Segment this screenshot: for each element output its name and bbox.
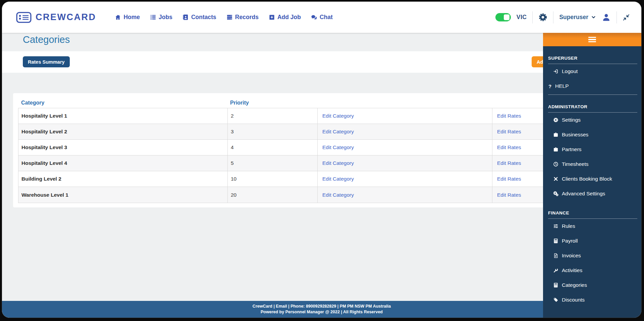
priority-cell: 4: [227, 140, 317, 155]
sidebar-toggle-header[interactable]: [543, 33, 641, 46]
sidebar-item-discounts[interactable]: Discounts: [548, 293, 641, 307]
briefcase-icon: [553, 147, 558, 152]
toggle-knob: [504, 14, 509, 20]
nav-item-add-job[interactable]: Add Job: [269, 14, 301, 21]
nav-item-contacts[interactable]: Contacts: [182, 14, 216, 21]
sidebar-section-administrator: ADMINISTRATOR Settings Businesses Partne…: [548, 104, 641, 201]
nav-item-chat[interactable]: Chat: [311, 14, 333, 21]
category-cell: Warehouse Level 1: [18, 187, 227, 203]
divider: [616, 11, 617, 23]
list-icon: [150, 14, 156, 20]
sidebar-item-businesses[interactable]: Businesses: [548, 127, 641, 142]
calculator-icon: [553, 282, 558, 288]
divider: [532, 11, 533, 23]
sidebar-item-rules[interactable]: Rules: [548, 219, 641, 234]
page-title: Categories: [23, 34, 70, 45]
brand-logo[interactable]: CREWCARD: [16, 12, 96, 23]
address-book-icon: [182, 14, 189, 20]
edit-category-cell: Edit Category: [317, 171, 492, 187]
sidebar-item-invoices[interactable]: Invoices: [548, 248, 641, 263]
user-menu[interactable]: Superuser: [559, 14, 596, 21]
nav-item-jobs[interactable]: Jobs: [150, 14, 172, 21]
sidebar-item-activities[interactable]: Activities: [548, 263, 641, 278]
edit-category-link[interactable]: Edit Category: [322, 144, 354, 150]
plus-square-icon: [269, 14, 275, 20]
priority-cell: 20: [227, 187, 317, 203]
sidebar-item-settings[interactable]: Settings: [548, 113, 641, 127]
edit-rates-link[interactable]: Edit Rates: [497, 192, 521, 198]
category-cell: Building Level 2: [18, 171, 227, 187]
edit-rates-link[interactable]: Edit Rates: [497, 176, 521, 182]
edit-category-link[interactable]: Edit Category: [322, 113, 354, 119]
sidebar-section-title: ADMINISTRATOR: [548, 104, 637, 113]
desktop-background: CREWCARD Home Jobs Contacts Records Add …: [0, 0, 644, 321]
nav-item-records[interactable]: Records: [226, 14, 259, 21]
sidebar-item-payroll[interactable]: Payroll: [548, 234, 641, 248]
top-navbar: CREWCARD Home Jobs Contacts Records Add …: [2, 2, 641, 33]
settings-gear-icon[interactable]: [538, 13, 547, 22]
file-invoice-icon: [553, 253, 558, 258]
priority-cell: 3: [227, 124, 317, 139]
user-menu-label: Superuser: [559, 14, 588, 21]
region-label: VIC: [517, 14, 527, 21]
sign-out-icon: [553, 69, 558, 74]
edit-category-cell: Edit Category: [317, 155, 492, 171]
user-profile-icon[interactable]: [602, 13, 611, 22]
sidebar-section-title: FINANCE: [548, 210, 637, 219]
sidebar-item-categories[interactable]: Categories: [548, 278, 641, 293]
sidebar-item-partners[interactable]: Partners: [548, 142, 641, 157]
calculator-icon: [553, 238, 558, 244]
chevron-down-icon: [591, 15, 596, 20]
sidebar-sections: SUPERUSER Logout ? HELP ADMINISTRATOR Se…: [543, 56, 641, 307]
home-icon: [115, 14, 121, 20]
brand-name: CREWCARD: [36, 12, 96, 22]
edit-category-link[interactable]: Edit Category: [322, 192, 354, 198]
rates-summary-button[interactable]: Rates Summary: [23, 56, 70, 67]
category-cell: Hospitality Level 2: [18, 124, 227, 139]
sidebar-item-help[interactable]: ? HELP: [548, 79, 641, 93]
sidebar-section-title: SUPERUSER: [548, 56, 637, 64]
edit-rates-link[interactable]: Edit Rates: [497, 129, 521, 135]
nav-item-home[interactable]: Home: [115, 14, 140, 21]
x-mark-icon: [553, 176, 558, 182]
divider: [553, 11, 553, 23]
right-sidebar: SUPERUSER Logout ? HELP ADMINISTRATOR Se…: [543, 33, 641, 318]
edit-rates-link[interactable]: Edit Rates: [497, 160, 521, 166]
edit-category-link[interactable]: Edit Category: [322, 176, 354, 182]
region-toggle[interactable]: [495, 13, 511, 21]
column-header-category: Category: [18, 100, 227, 106]
edit-category-link[interactable]: Edit Category: [322, 160, 354, 166]
edit-category-cell: Edit Category: [317, 108, 492, 124]
priority-cell: 10: [227, 171, 317, 187]
edit-category-cell: Edit Category: [317, 124, 492, 139]
gear-icon: [553, 117, 558, 123]
tag-icon: [553, 297, 558, 303]
question-icon: ?: [548, 83, 552, 89]
main-nav: Home Jobs Contacts Records Add Job Chat: [115, 14, 332, 21]
sliders-icon: [553, 223, 558, 229]
edit-category-link[interactable]: Edit Category: [322, 129, 354, 135]
briefcase-icon: [553, 132, 558, 137]
gears-icon: [553, 191, 558, 196]
sidebar-item-logout[interactable]: Logout: [548, 64, 641, 79]
sidebar-divider: [548, 94, 637, 95]
sidebar-section-finance: FINANCE Rules Payroll Invoices Activitie…: [548, 210, 641, 307]
comments-icon: [311, 14, 317, 20]
edit-category-cell: Edit Category: [317, 140, 492, 155]
app-window: CREWCARD Home Jobs Contacts Records Add …: [2, 2, 641, 318]
sidebar-item-advanced-settings[interactable]: Advanced Settings: [548, 186, 641, 201]
edit-rates-link[interactable]: Edit Rates: [497, 113, 521, 119]
clock-icon: [553, 162, 558, 167]
compress-arrows-icon[interactable]: [623, 14, 630, 21]
edit-rates-link[interactable]: Edit Rates: [497, 144, 521, 150]
navbar-right: VIC Superuser: [495, 11, 630, 23]
category-cell: Hospitality Level 1: [18, 108, 227, 124]
edit-category-cell: Edit Category: [317, 187, 492, 203]
wrench-icon: [553, 268, 558, 273]
sidebar-item-timesheets[interactable]: Timesheets: [548, 157, 641, 172]
category-cell: Hospitality Level 4: [18, 155, 227, 171]
category-cell: Hospitality Level 3: [18, 140, 227, 155]
server-icon: [226, 14, 233, 20]
crewcard-logo-icon: [16, 12, 32, 23]
sidebar-item-clients-booking-block[interactable]: Clients Booking Block: [548, 172, 641, 186]
